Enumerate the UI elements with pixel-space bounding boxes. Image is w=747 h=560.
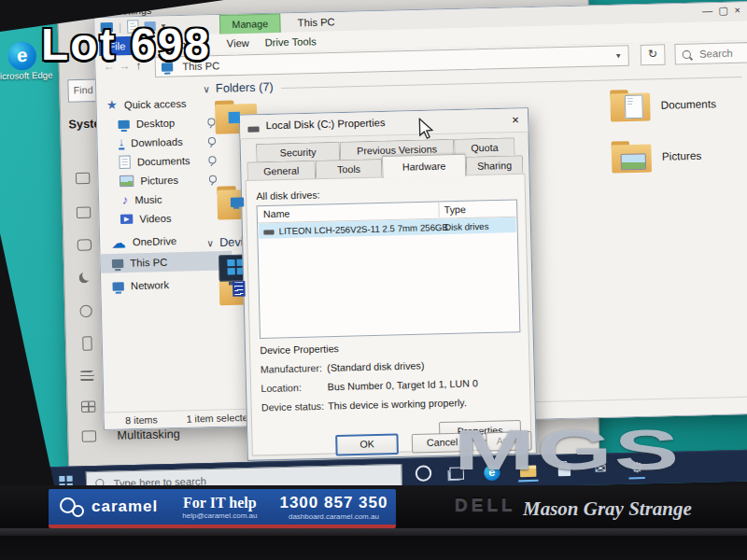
sidebar-item-this-pc[interactable]: This PC [100, 251, 232, 273]
tile-label: Pictures [662, 150, 702, 162]
sticker-url: dashboard.caramel.com.au [279, 512, 388, 521]
desktop-icon [118, 119, 129, 128]
pictures-motif [621, 153, 647, 170]
laptop-hinge [0, 528, 747, 536]
network-icon [112, 282, 123, 290]
collapse-chevron-icon: ∨ [206, 237, 214, 247]
sticker-help-email: help@caramel.com.au [182, 511, 257, 520]
status-selected-count: 1 item selected [186, 412, 253, 425]
device-properties-heading: Device Properties [260, 343, 339, 356]
explorer-search-placeholder: Search [699, 48, 733, 60]
location-label: Location: [261, 382, 302, 394]
edge-icon: e [7, 41, 36, 70]
window-controls[interactable]: — ▢ × [702, 5, 740, 18]
videos-motif [233, 281, 246, 297]
settings-item-multitasking[interactable]: Multitasking [82, 427, 180, 443]
this-pc-icon [112, 259, 123, 267]
close-icon[interactable]: × [512, 112, 519, 126]
focus-assist-icon[interactable] [78, 273, 89, 283]
pin-icon [209, 175, 217, 183]
mgs-logo-watermark: MGS [454, 416, 681, 483]
sidebar-label: Documents [137, 155, 190, 168]
laptop-bezel: caramel For IT help help@caramel.com.au … [0, 485, 747, 560]
desktop-motif [231, 197, 245, 207]
manufacturer-label: Manufacturer: [261, 362, 322, 375]
notifications-icon[interactable] [78, 239, 92, 251]
tab-hardware[interactable]: Hardware [382, 154, 466, 179]
pictures-icon [120, 175, 134, 188]
refresh-button[interactable]: ↻ [641, 44, 666, 65]
sticker-phone-block: 1300 857 350 dashboard.caramel.com.au [279, 494, 388, 521]
column-name[interactable]: Name [263, 207, 290, 219]
sidebar-item-network[interactable]: Network [101, 273, 233, 296]
pin-icon [208, 156, 216, 163]
mouse-cursor [418, 118, 435, 142]
sidebar-label: This PC [130, 257, 167, 269]
sidebar-label: Downloads [131, 136, 183, 149]
manage-contextual-tab[interactable]: Manage [219, 14, 281, 35]
edge-icon-label: Microsoft Edge [0, 70, 53, 82]
dialog-title: Local Disk (C:) Properties [266, 117, 386, 131]
drive-name: LITEON LCH-256V2S-11 2.5 7mm 256GB [279, 221, 449, 236]
tab-drive-tools[interactable]: Drive Tools [255, 32, 326, 52]
auction-house-watermark: Mason Gray Strange [523, 497, 692, 521]
window-title: This PC [298, 16, 335, 28]
pin-icon [208, 137, 216, 145]
sidebar-label: Quick access [124, 98, 187, 111]
dialog-titlebar: Local Disk (C:) Properties × [240, 108, 529, 139]
sidebar-label: Desktop [136, 117, 175, 129]
address-chevron-icon[interactable]: ▾ [616, 51, 621, 61]
device-status-value: This device is working properly. [328, 397, 467, 412]
sticker-brand: caramel [92, 497, 158, 516]
tab-page: All disk drives: Name Type LITEON LCH-25… [246, 174, 532, 456]
sticker-phone: 1300 857 350 [279, 494, 388, 512]
tile-label: Documents [660, 98, 716, 111]
music-icon: ♪ [121, 194, 128, 205]
properties-dialog: Local Disk (C:) Properties × Security Pr… [239, 107, 537, 461]
sound-icon[interactable] [77, 206, 92, 218]
sticker-help-title: For IT help [182, 495, 257, 511]
sidebar-label: Network [131, 279, 169, 291]
location-value: Bus Number 0, Target Id 1, LUN 0 [328, 377, 478, 392]
device-status-label: Device status: [261, 400, 325, 413]
manufacturer-value: (Standard disk drives) [327, 359, 424, 373]
drive-type: Disk drives [444, 220, 489, 231]
folder-icon [610, 90, 650, 123]
tab-view[interactable]: View [217, 33, 259, 52]
folder-icon [612, 141, 652, 175]
list-label: All disk drives: [256, 189, 320, 202]
header-rule [281, 76, 742, 88]
caramel-sticker: caramel For IT help help@caramel.com.au … [49, 489, 396, 528]
sidebar-item-videos[interactable]: ▶ Videos [99, 207, 231, 230]
display-icon[interactable] [76, 173, 91, 185]
quick-access-star-icon: ★ [106, 100, 118, 112]
battery-icon[interactable] [82, 336, 92, 351]
sidebar-label: Pictures [140, 175, 178, 187]
multitasking-icon [82, 430, 97, 442]
sidebar-label: OneDrive [133, 235, 177, 247]
pin-icon [207, 118, 215, 125]
documents-motif [625, 95, 643, 119]
pictures-tile[interactable]: Pictures [610, 138, 701, 175]
column-divider [438, 203, 439, 217]
downloads-icon: ↓ [119, 136, 124, 149]
disk-drives-list[interactable]: Name Type LITEON LCH-256V2S-11 2.5 7mm 2… [257, 199, 521, 339]
explorer-search-box[interactable]: Search [674, 42, 747, 64]
sidebar-label: Music [134, 193, 162, 205]
ok-button[interactable]: OK [335, 433, 399, 455]
search-icon [683, 49, 691, 58]
column-type[interactable]: Type [444, 203, 467, 216]
drive-row-icon [263, 230, 274, 234]
storage-icon[interactable] [80, 371, 94, 382]
tablet-mode-icon[interactable] [81, 401, 96, 413]
cortana-icon[interactable] [416, 465, 432, 482]
documents-tile[interactable]: Documents [609, 87, 716, 124]
sticker-help-block: For IT help help@caramel.com.au [182, 495, 257, 520]
power-icon[interactable] [79, 305, 92, 318]
status-items-count: 8 items [125, 413, 158, 426]
documents-icon [119, 155, 131, 169]
onedrive-icon: ☁ [111, 236, 126, 249]
caramel-logo-icon [60, 497, 84, 517]
folders-header-label: Folders (7) [216, 80, 274, 95]
videos-icon: ▶ [120, 215, 134, 225]
